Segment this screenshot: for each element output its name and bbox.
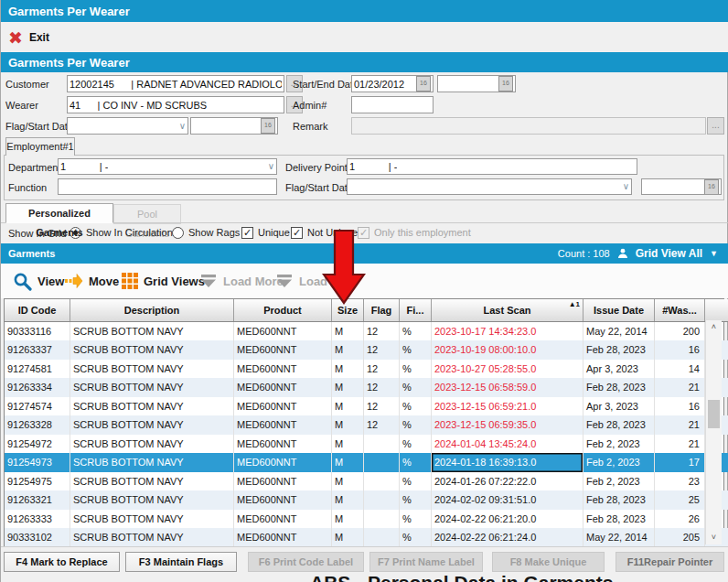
cell-flag xyxy=(364,510,400,529)
scrollbar-thumb[interactable] xyxy=(708,400,720,428)
garment-row[interactable]: 91263328SCRUB BOTTOM NAVYMED600NNTM12%20… xyxy=(5,415,728,435)
flag-date-field[interactable]: 16 xyxy=(190,117,278,135)
cell-id: 90333116 xyxy=(5,322,70,341)
cell-id: 91263333 xyxy=(5,510,70,529)
cell-size: M xyxy=(332,453,364,472)
cell-issue_date: Feb 28, 2023 xyxy=(583,415,655,435)
end-date-field[interactable]: 16 xyxy=(437,75,516,92)
column-header-id[interactable]: ID Code xyxy=(5,299,70,322)
load-all-icon xyxy=(275,273,294,289)
cell-washes: 25 xyxy=(655,490,705,510)
radio-show-rags[interactable]: Show Rags xyxy=(172,225,240,240)
remark-browse-button[interactable]: ... xyxy=(707,117,724,135)
tab-employment-1[interactable]: Employment#1 xyxy=(5,137,75,156)
cutoff-caption: ABS - Personal Data in Garments xyxy=(310,572,613,582)
footer-button-f4-mark-to-replace[interactable]: F4 Mark to Replace xyxy=(4,552,120,572)
start-date-field[interactable]: 01/23/2012 16 xyxy=(351,75,434,92)
wearer-field[interactable]: 41 | CO INV - MD SCRUBS xyxy=(67,96,284,113)
cell-size: M xyxy=(332,360,364,379)
column-header-issue_date[interactable]: Issue Date xyxy=(583,299,655,322)
cell-washes: 17 xyxy=(655,453,705,472)
garment-row[interactable]: 90333116SCRUB BOTTOM NAVYMED600NNTM12%20… xyxy=(5,322,728,341)
view-button[interactable]: View xyxy=(13,271,64,291)
cell-id: 91254972 xyxy=(5,435,70,454)
footer-button-f3-maintain-flags[interactable]: F3 Maintain Flags xyxy=(125,552,237,572)
flag-dropdown[interactable]: ∨ xyxy=(67,117,188,135)
footer-button-f11repair-pointer: F11Repair Pointer xyxy=(616,552,724,572)
cell-product: MED600NNT xyxy=(234,435,332,454)
cell-fi: % xyxy=(400,340,432,360)
cell-last_scan: 2024-01-04 13:45:24.0 xyxy=(432,435,583,454)
column-header-washes[interactable]: #Was... xyxy=(655,299,705,322)
cell-last_scan: 2024-02-22 06:21:24.0 xyxy=(432,528,583,547)
move-button[interactable]: Move xyxy=(65,271,119,291)
customer-field[interactable]: 12002145 | RADNET ADVANCED RADIOLOGY- M xyxy=(67,75,284,92)
checkbox-only-this-employment: ✓ Only this employment xyxy=(358,225,471,240)
cell-issue_date: Feb 2, 2023 xyxy=(583,435,655,454)
column-header-product[interactable]: Product xyxy=(234,299,332,322)
cell-description: SCRUB BOTTOM NAVY xyxy=(70,378,234,397)
exit-button[interactable]: ✖ Exit xyxy=(8,26,49,49)
column-header-flag[interactable]: Flag xyxy=(364,299,400,322)
garment-row[interactable]: 91254972SCRUB BOTTOM NAVYMED600NNTM%2024… xyxy=(5,435,728,454)
garment-row[interactable]: 91263337SCRUB BOTTOM NAVYMED600NNTM12%20… xyxy=(5,340,728,360)
cell-fi: % xyxy=(400,360,432,379)
department-dropdown[interactable]: 1 | - ∨ xyxy=(58,158,277,175)
red-annotation-arrow-icon xyxy=(322,229,366,306)
column-header-fi[interactable]: Fi... xyxy=(400,299,432,322)
radio-show-in-circulation[interactable]: Show In Circulation xyxy=(70,225,173,240)
cell-description: SCRUB BOTTOM NAVY xyxy=(70,397,234,416)
cell-washes: 21 xyxy=(655,378,705,397)
cell-id: 91263321 xyxy=(5,490,70,510)
column-header-last_scan[interactable]: Last Scan▲1 xyxy=(432,299,583,322)
footer-button-f8-make-unique: F8 Make Unique xyxy=(492,552,605,572)
cell-washes: 26 xyxy=(655,510,705,529)
calendar-icon[interactable]: 16 xyxy=(261,118,275,134)
vertical-scrollbar[interactable]: ˄ ˅ xyxy=(705,320,722,544)
garment-row[interactable]: 91274581SCRUB BOTTOM NAVYMED600NNTM12%20… xyxy=(5,360,728,379)
exit-icon: ✖ xyxy=(8,29,23,47)
tab-personalized-garments[interactable]: Personalized Garments xyxy=(5,203,113,223)
garment-row[interactable]: 90333102SCRUB BOTTOM NAVYMED600NNTM%2024… xyxy=(5,528,728,547)
garment-row[interactable]: 91254973SCRUB BOTTOM NAVYMED600NNTM%2024… xyxy=(5,453,728,472)
remark-label: Remark xyxy=(293,121,328,132)
garment-row[interactable]: 91263321SCRUB BOTTOM NAVYMED600NNTM%2024… xyxy=(5,490,728,510)
calendar-icon[interactable]: 16 xyxy=(704,179,719,195)
garment-row[interactable]: 91263334SCRUB BOTTOM NAVYMED600NNTM12%20… xyxy=(5,378,728,397)
garment-row[interactable]: 91254975SCRUB BOTTOM NAVYMED600NNTM%2024… xyxy=(5,472,728,491)
dropdown-triangle-icon[interactable]: ▼ xyxy=(710,249,718,258)
admin-field[interactable] xyxy=(351,96,434,113)
emp-flag-dropdown[interactable]: ∨ xyxy=(347,178,632,195)
cell-last_scan: 2023-12-15 06:59:21.0 xyxy=(432,397,583,416)
scroll-down-icon[interactable]: ˅ xyxy=(706,531,722,544)
cell-id: 91274574 xyxy=(5,397,70,416)
delivery-point-label: Delivery Point xyxy=(285,162,348,173)
grid-view-selector[interactable]: Grid View All xyxy=(636,247,702,260)
calendar-icon[interactable]: 16 xyxy=(416,76,431,92)
department-label: Department xyxy=(8,162,60,173)
cell-product: MED600NNT xyxy=(234,397,332,416)
column-header-description[interactable]: Description xyxy=(70,299,234,322)
cell-washes: 205 xyxy=(655,528,705,547)
cell-product: MED600NNT xyxy=(234,490,332,510)
cell-washes: 200 xyxy=(655,322,705,341)
scroll-up-icon[interactable]: ˄ xyxy=(706,320,722,334)
remark-field xyxy=(351,117,706,135)
garment-row[interactable]: 91274574SCRUB BOTTOM NAVYMED600NNTM12%20… xyxy=(5,397,728,416)
function-field[interactable] xyxy=(58,178,277,195)
sort-indicator: ▲1 xyxy=(569,300,580,308)
cell-washes: 16 xyxy=(655,397,705,416)
cell-last_scan: 2024-01-26 07:22:22.0 xyxy=(432,472,583,491)
chevron-down-icon: ∨ xyxy=(623,182,629,191)
delivery-point-field[interactable]: 1 | - xyxy=(347,158,637,175)
garment-row[interactable]: 91263333SCRUB BOTTOM NAVYMED600NNTM%2024… xyxy=(5,510,728,529)
cell-fi: % xyxy=(400,415,432,435)
cell-issue_date: Apr 3, 2023 xyxy=(583,397,655,416)
grid-views-button[interactable]: Grid Views xyxy=(122,271,205,291)
emp-flag-date-field[interactable]: 16 xyxy=(641,178,722,195)
calendar-icon[interactable]: 16 xyxy=(498,76,513,92)
checkbox-unique[interactable]: ✓ Unique xyxy=(241,225,290,240)
footer-button-f6-print-code-label: F6 Print Code Label xyxy=(248,552,364,572)
cell-fi: % xyxy=(400,435,432,454)
column-header-filler[interactable] xyxy=(705,299,728,322)
